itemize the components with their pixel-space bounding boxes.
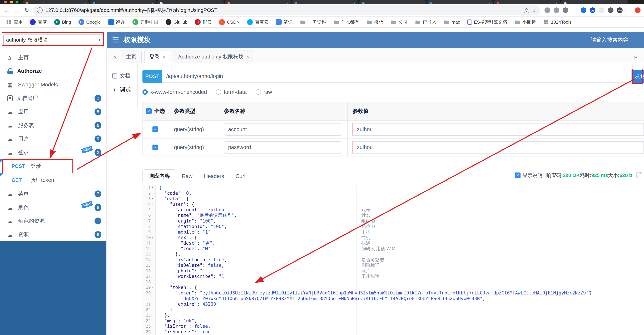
content-type-radio[interactable]: raw (256, 89, 272, 95)
response-tab[interactable]: Headers (198, 170, 230, 182)
fold-icon[interactable]: ▾ (151, 235, 154, 240)
bookmark-item[interactable]: G Google (78, 19, 101, 25)
response-tab[interactable]: Curl (230, 170, 251, 182)
bookmark-item[interactable]: C 开源中国 (132, 19, 158, 25)
sidebar-subitem[interactable]: GET 验证token (0, 173, 106, 187)
sidebar-item[interactable]: 服务表 6 (0, 118, 106, 132)
bookmark-item[interactable]: ES搜索引擎文档 (468, 19, 507, 25)
bookmark-item[interactable]: 翻译 (108, 19, 125, 25)
response-tab[interactable]: 响应内容 (142, 170, 176, 182)
content-type-radio[interactable]: form-data (216, 89, 247, 95)
tab-close-icon[interactable]: × (623, 2, 625, 4)
extension-icon[interactable] (608, 8, 614, 13)
fold-icon[interactable]: ▾ (151, 196, 154, 202)
bookmark-item[interactable]: 公司 (391, 19, 408, 25)
window-controls[interactable] (0, 0, 22, 4)
request-url-input[interactable]: /api/authority/anno/login (162, 70, 632, 83)
bookmark-item[interactable]: G 码云 (195, 19, 212, 25)
param-value-input[interactable]: zuihou (352, 123, 644, 136)
browser-tab[interactable]: × (292, 0, 358, 4)
tab-close-icon[interactable]: × (219, 2, 221, 4)
bookmark-item[interactable]: B Bing (54, 19, 71, 25)
param-value-input[interactable]: zuihou (352, 141, 644, 154)
extension-icon[interactable]: jq (590, 8, 595, 13)
bookmark-item[interactable]: 1024Tools (543, 19, 572, 25)
select-spinner-icon[interactable]: ▲▼ (99, 38, 101, 42)
sidebar-item[interactable]: 资源 6 (0, 228, 106, 242)
bookmark-item[interactable]: C CSDN (219, 19, 240, 25)
scroll-right-button[interactable]: » (630, 53, 642, 63)
bookmark-item[interactable]: 微信 (366, 19, 384, 25)
doc-tab[interactable]: Authorize-authority-权限模块 × (173, 50, 254, 63)
tab-close-icon[interactable]: × (421, 2, 423, 4)
content-type-radio[interactable]: x-www-form-urlencoded (142, 89, 207, 95)
bookmark-item[interactable]: mac (444, 19, 460, 25)
sidebar-item[interactable]: 菜单 7 (0, 187, 106, 201)
bookmark-item[interactable]: 笔记 (276, 19, 293, 25)
extension-icon[interactable] (562, 8, 568, 13)
rail-item[interactable]: 调试 (107, 83, 137, 96)
response-tab[interactable]: Raw (176, 170, 198, 182)
bookmark-item[interactable]: 学习资料 (300, 19, 326, 25)
bookmark-item[interactable]: 百度 (30, 19, 47, 25)
browser-tab[interactable]: × (157, 0, 224, 4)
browser-tab[interactable]: × (359, 0, 426, 4)
sidebar-item[interactable]: 登录 NEW 2 (0, 146, 106, 159)
site-info-icon[interactable]: i (37, 8, 42, 13)
fold-icon[interactable]: ▾ (151, 285, 154, 290)
bookmark-item[interactable]: 应用 (6, 19, 22, 25)
header-search-input[interactable]: 请输入搜索内容 (591, 36, 628, 44)
tab-close-icon[interactable]: × (488, 2, 490, 4)
param-checkbox[interactable] (152, 126, 158, 132)
param-checkbox[interactable] (152, 144, 158, 150)
address-bar[interactable]: i 127.0.0.1:8760/api/gate/doc.html#/auth… (33, 5, 540, 15)
bookmark-item[interactable]: 百度云 (247, 19, 268, 25)
tab-close-icon[interactable]: × (152, 2, 154, 4)
doc-tab[interactable]: 主页 (121, 50, 142, 63)
sidebar-item[interactable]: Swagger Models (0, 78, 106, 92)
sidebar-item[interactable]: 角色的资源 1 (0, 214, 106, 228)
fullscreen-icon[interactable]: ⤢ (636, 172, 642, 178)
show-description-toggle[interactable]: 显示说明 (515, 172, 542, 179)
fold-icon[interactable]: ▾ (151, 202, 154, 207)
extension-icon[interactable] (599, 8, 604, 13)
menu-toggle-icon[interactable] (112, 38, 119, 42)
bookmark-item[interactable]: 小目标 (514, 19, 536, 25)
sidebar-item[interactable]: 角色 NEW 8 (0, 200, 106, 214)
extension-icon[interactable] (572, 8, 577, 13)
tab-close-icon[interactable]: × (286, 2, 288, 4)
extension-icon[interactable] (626, 8, 632, 13)
bookmark-item[interactable]: GitHub (166, 19, 188, 25)
extension-icon[interactable] (635, 8, 640, 13)
browser-tab[interactable]: × (22, 0, 89, 4)
send-button[interactable]: 发送 (632, 70, 644, 83)
rail-item[interactable]: 文档 (107, 69, 137, 83)
close-window-icon[interactable] (4, 1, 7, 4)
browser-tab[interactable]: × (427, 0, 493, 4)
param-name-input[interactable]: password (224, 141, 342, 154)
browser-tab[interactable]: × (561, 0, 628, 4)
browser-tab[interactable]: × (224, 0, 291, 4)
extension-icon[interactable] (544, 8, 550, 13)
tab-close-icon[interactable]: × (556, 2, 558, 4)
tab-close-icon[interactable]: × (354, 2, 356, 4)
sidebar-subitem[interactable]: POST 登录 (0, 159, 106, 173)
url-text[interactable]: 127.0.0.1:8760/api/gate/doc.html#/author… (45, 7, 521, 14)
select-all-checkbox[interactable] (146, 108, 152, 114)
bookmark-star-icon[interactable]: ☆ (532, 8, 536, 13)
forward-button[interactable]: → (13, 7, 20, 14)
sidebar-item[interactable]: 用户 9 (0, 132, 106, 146)
param-name-input[interactable]: account (224, 123, 342, 136)
sidebar-item[interactable]: 文档管理 3 (0, 92, 106, 105)
extension-icon[interactable]: site (617, 8, 622, 13)
translate-icon[interactable]: 文 (524, 7, 529, 14)
zoom-window-icon[interactable] (16, 1, 18, 4)
reload-button[interactable]: ↻ (23, 7, 30, 14)
show-description-checkbox[interactable] (515, 172, 520, 178)
back-button[interactable]: ← (3, 7, 11, 14)
sidebar-item[interactable]: 应用 5 (0, 105, 106, 119)
doc-tab[interactable]: 登录 × (144, 50, 170, 63)
tab-close-icon[interactable]: × (246, 54, 249, 60)
tab-close-icon[interactable]: × (162, 54, 165, 60)
extension-icon[interactable] (581, 8, 586, 13)
